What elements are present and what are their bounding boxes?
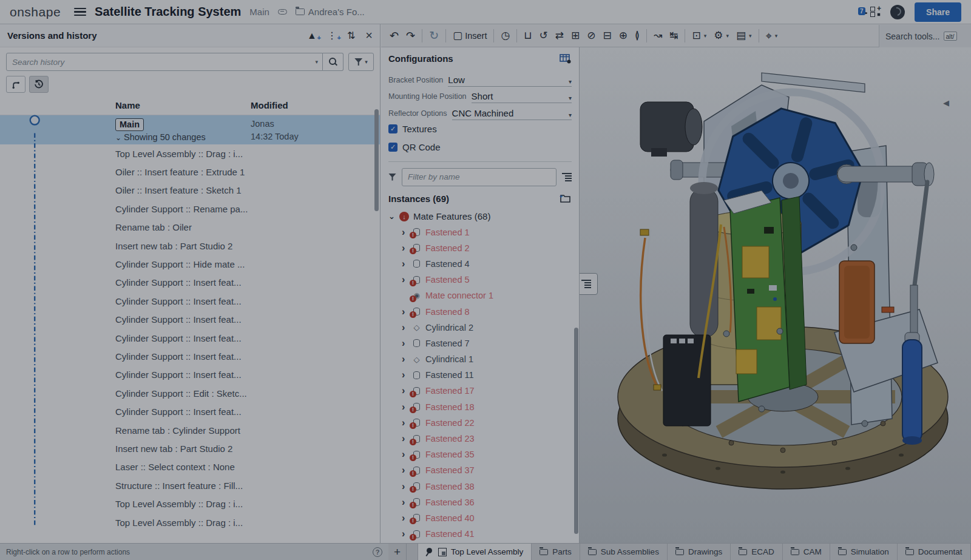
mate-feature-item[interactable]: › ! Fastened 8 bbox=[388, 303, 572, 319]
history-row[interactable]: Laser :: Select context : None bbox=[0, 458, 380, 476]
checkbox-checked-icon[interactable]: ✓ bbox=[388, 124, 398, 133]
instances-filter-icon[interactable] bbox=[388, 174, 396, 181]
mate-features-group[interactable]: ⌄ ↓ Mate Features (68) bbox=[388, 209, 572, 224]
history-row[interactable]: Cylinder Support :: Insert feat... bbox=[0, 292, 380, 310]
redo-button[interactable]: ↷ ▾ bbox=[402, 26, 419, 46]
measure-button[interactable]: ↹ ▾ bbox=[666, 26, 682, 46]
mate-feature-item[interactable]: › ! Mate connector 1 bbox=[388, 288, 572, 303]
search-history-field[interactable]: ▾ bbox=[6, 53, 323, 71]
history-row[interactable]: Oiler :: Insert feature : Extrude 1 bbox=[0, 163, 380, 181]
mate-pin-slot-button[interactable]: ⊟ ▾ bbox=[600, 26, 615, 46]
history-view-toggle[interactable] bbox=[29, 76, 49, 93]
configuration-checkbox[interactable]: ✓ Textures bbox=[388, 120, 572, 138]
versions-scrollbar-thumb[interactable] bbox=[374, 109, 379, 211]
configuration-checkbox[interactable]: ✓ QR Code bbox=[388, 138, 572, 157]
mate-feature-item[interactable]: › ! Fastened 11 bbox=[388, 367, 572, 383]
history-row[interactable]: Oiler :: Insert feature : Sketch 1 bbox=[0, 181, 380, 200]
chevron-right-icon[interactable]: › bbox=[402, 228, 408, 237]
mate-feature-item[interactable]: › ! Fastened 38 bbox=[388, 479, 572, 494]
history-row[interactable]: Insert new tab : Part Studio 2 bbox=[0, 237, 380, 255]
column-header-name[interactable]: Name bbox=[115, 100, 140, 110]
chevron-right-icon[interactable]: › bbox=[402, 450, 408, 459]
satellite-assembly-model[interactable] bbox=[580, 47, 971, 543]
create-branch-icon[interactable]: ⋮+ bbox=[327, 31, 337, 41]
user-avatar[interactable] bbox=[890, 5, 905, 19]
chevron-right-icon[interactable]: › bbox=[402, 275, 408, 285]
mate-tangent-button[interactable]: ≬ ▾ bbox=[631, 26, 643, 46]
feature-list-toggle-button[interactable] bbox=[580, 273, 598, 295]
assembly-viewport[interactable]: ◀ bbox=[580, 47, 971, 543]
bom-button[interactable]: ▤ ▾ bbox=[732, 26, 756, 46]
document-tab[interactable]: Parts bbox=[532, 544, 580, 560]
mate-feature-item[interactable]: › ! Fastened 4 bbox=[388, 256, 572, 272]
mate-planar-button[interactable]: ⊞ ▾ bbox=[567, 26, 583, 46]
chevron-right-icon[interactable]: › bbox=[402, 402, 408, 412]
chevron-right-icon[interactable]: › bbox=[402, 482, 408, 491]
document-tab[interactable]: Documentat bbox=[898, 544, 971, 560]
explode-view-button[interactable]: ⊡ ▾ bbox=[688, 26, 710, 46]
insert-button[interactable]: ▢ Insert ▾ bbox=[449, 26, 490, 46]
history-row[interactable]: Top Level Assembly :: Drag : i... bbox=[0, 494, 380, 513]
create-version-icon[interactable]: ▲+ bbox=[307, 31, 317, 41]
column-header-modified[interactable]: Modified bbox=[251, 100, 288, 110]
chevron-right-icon[interactable]: › bbox=[402, 323, 408, 332]
history-row[interactable]: Rename tab : Cylinder Support bbox=[0, 421, 380, 439]
chevron-right-icon[interactable]: › bbox=[402, 370, 408, 380]
configuration-dropdown[interactable]: Bracket Position Low ▾ bbox=[388, 70, 572, 87]
chevron-right-icon[interactable]: › bbox=[402, 243, 408, 253]
history-row[interactable]: Cylinder Support :: Insert feat... bbox=[0, 311, 380, 329]
showing-changes-toggle[interactable]: ⌄Showing 50 changes bbox=[115, 132, 206, 142]
chevron-right-icon[interactable]: › bbox=[402, 386, 408, 396]
mate-fastened-button[interactable]: ⊔ ▾ bbox=[520, 26, 535, 46]
search-history-input[interactable] bbox=[7, 58, 322, 67]
main-version-chip[interactable]: Main bbox=[115, 118, 144, 131]
chevron-right-icon[interactable]: › bbox=[402, 418, 408, 428]
instances-scrollbar-thumb[interactable] bbox=[574, 328, 578, 534]
main-menu-icon[interactable] bbox=[74, 8, 86, 16]
close-panel-icon[interactable]: × bbox=[365, 29, 373, 42]
history-row[interactable]: Structure :: Insert feature : Fill... bbox=[0, 476, 380, 494]
chevron-down-icon[interactable]: ⌄ bbox=[388, 212, 395, 221]
add-instance-folder-icon[interactable]: + bbox=[560, 194, 572, 203]
mate-feature-item[interactable]: › ! Fastened 23 bbox=[388, 431, 572, 447]
history-row[interactable]: Cylinder Support :: Insert feat... bbox=[0, 347, 380, 365]
mate-feature-item[interactable]: › ! Cylindrical 2 bbox=[388, 320, 572, 336]
structure-list-icon[interactable] bbox=[562, 173, 572, 181]
help-icon[interactable]: ? bbox=[373, 547, 382, 557]
search-button[interactable] bbox=[323, 53, 343, 71]
history-row[interactable]: Cylinder Support :: Insert feat... bbox=[0, 329, 380, 347]
history-row[interactable]: Cylinder Support :: Edit : Sketc... bbox=[0, 384, 380, 402]
chevron-right-icon[interactable]: › bbox=[402, 498, 408, 507]
mate-feature-item[interactable]: › ! Cylindrical 1 bbox=[388, 351, 572, 367]
mate-ball-button[interactable]: ⊕ ▾ bbox=[615, 26, 631, 46]
history-row[interactable]: Cylinder Support :: Insert feat... bbox=[0, 402, 380, 420]
compare-icon[interactable]: ⇅ bbox=[347, 31, 355, 41]
snap-mode-button[interactable]: ↝ ▾ bbox=[650, 26, 666, 46]
mate-cylindrical-button[interactable]: ⊘ ▾ bbox=[583, 26, 599, 46]
chevron-right-icon[interactable]: › bbox=[402, 529, 408, 539]
mate-slider-button[interactable]: ⇄ ▾ bbox=[552, 26, 567, 46]
link-icon[interactable] bbox=[278, 9, 287, 15]
sync-button[interactable]: ↻ ▾ bbox=[425, 26, 442, 46]
mate-feature-item[interactable]: › ! Fastened 17 bbox=[388, 383, 572, 399]
chevron-right-icon[interactable]: › bbox=[402, 259, 408, 269]
selected-version-row[interactable]: Main ⌄Showing 50 changes Jonas 14:32 Tod… bbox=[0, 115, 380, 144]
collapse-right-panel-icon[interactable]: ◀ bbox=[943, 98, 949, 107]
mate-feature-item[interactable]: › ! Fastened 40 bbox=[388, 510, 572, 526]
tab-top-level-assembly[interactable]: Top Level Assembly bbox=[418, 544, 532, 560]
search-dropdown-caret-icon[interactable]: ▾ bbox=[315, 59, 318, 65]
configuration-dropdown[interactable]: Mounting Hole Position Short ▾ bbox=[388, 87, 572, 104]
history-row[interactable]: Top Level Assembly :: Drag : i... bbox=[0, 513, 380, 531]
history-row[interactable]: Top Level Assembly :: Drag : i... bbox=[0, 144, 380, 163]
chevron-right-icon[interactable]: › bbox=[402, 354, 408, 364]
workspace-name[interactable]: Main bbox=[249, 7, 269, 17]
share-button[interactable]: Share bbox=[915, 2, 961, 22]
chevron-right-icon[interactable]: › bbox=[402, 339, 408, 348]
mate-feature-item[interactable]: › ! Fastened 5 bbox=[388, 272, 572, 288]
mate-feature-item[interactable]: › ! Fastened 36 bbox=[388, 494, 572, 510]
filter-by-name-input[interactable] bbox=[402, 168, 557, 186]
add-tab-button[interactable]: + bbox=[388, 544, 407, 560]
history-row[interactable]: Cylinder Support :: Insert feat... bbox=[0, 274, 380, 292]
document-tab[interactable]: Simulation bbox=[830, 544, 898, 560]
mate-feature-item[interactable]: › ! Fastened 2 bbox=[388, 240, 572, 256]
